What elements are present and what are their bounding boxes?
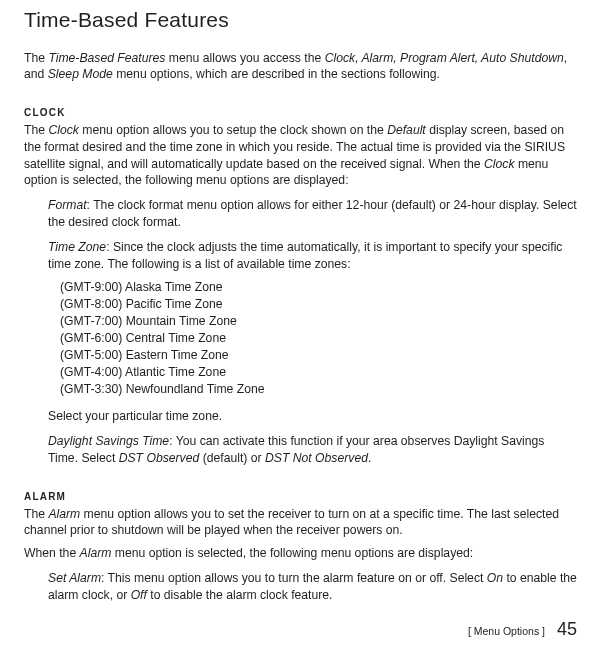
text-italic: Alarm [80, 546, 112, 560]
timezone-list: (GMT-9:00) Alaska Time Zone (GMT-8:00) P… [60, 279, 577, 399]
alarm-paragraph-1: The Alarm menu option allows you to set … [24, 506, 577, 540]
text: . [368, 451, 371, 465]
text-italic: Time-Based Features [48, 51, 165, 65]
list-item: (GMT-9:00) Alaska Time Zone [60, 279, 577, 296]
text: (default) or [199, 451, 265, 465]
text-italic: Clock [484, 157, 514, 171]
list-item: (GMT-5:00) Eastern Time Zone [60, 347, 577, 364]
footer-label: [ Menu Options ] [468, 625, 545, 637]
text: The [24, 51, 48, 65]
text-italic: Sleep Mode [48, 67, 113, 81]
page-footer: [ Menu Options ] 45 [468, 619, 577, 640]
text: menu option is selected, the following m… [111, 546, 473, 560]
alarm-setalarm-item: Set Alarm: This menu option allows you t… [48, 570, 577, 604]
clock-paragraph: The Clock menu option allows you to setu… [24, 122, 577, 189]
page-number: 45 [557, 619, 577, 640]
list-item: (GMT-3:30) Newfoundland Time Zone [60, 381, 577, 398]
text-italic: Clock, Alarm, Program Alert, Auto Shutdo… [325, 51, 564, 65]
select-timezone-text: Select your particular time zone. [48, 408, 577, 425]
clock-format-item: Format: The clock format menu option all… [48, 197, 577, 231]
text-italic: Format [48, 198, 87, 212]
text-italic: Time Zone [48, 240, 106, 254]
text: : This menu option allows you to turn th… [101, 571, 487, 585]
text: The [24, 123, 48, 137]
text-italic: Daylight Savings Time [48, 434, 169, 448]
clock-section-header: CLOCK [24, 107, 577, 118]
text: The [24, 507, 48, 521]
text-italic: Set Alarm [48, 571, 101, 585]
page-title: Time-Based Features [24, 8, 577, 32]
text-italic: Alarm [48, 507, 80, 521]
text: to disable the alarm clock feature. [147, 588, 333, 602]
list-item: (GMT-4:00) Atlantic Time Zone [60, 364, 577, 381]
text-italic: DST Not Observed [265, 451, 368, 465]
text: menu options, which are described in the… [113, 67, 440, 81]
list-item: (GMT-7:00) Mountain Time Zone [60, 313, 577, 330]
clock-dst-item: Daylight Savings Time: You can activate … [48, 433, 577, 467]
alarm-paragraph-2: When the Alarm menu option is selected, … [24, 545, 577, 562]
list-item: (GMT-8:00) Pacific Time Zone [60, 296, 577, 313]
text-italic: Default [387, 123, 426, 137]
text-italic: On [487, 571, 503, 585]
clock-timezone-item: Time Zone: Since the clock adjusts the t… [48, 239, 577, 273]
text-italic: Off [131, 588, 147, 602]
text: : The clock format menu option allows fo… [48, 198, 577, 229]
intro-paragraph: The Time-Based Features menu allows you … [24, 50, 577, 83]
list-item: (GMT-6:00) Central Time Zone [60, 330, 577, 347]
text-italic: DST Observed [119, 451, 200, 465]
text: When the [24, 546, 80, 560]
text: : Since the clock adjusts the time autom… [48, 240, 562, 271]
alarm-section-header: ALARM [24, 491, 577, 502]
text: menu option allows you to setup the cloc… [79, 123, 387, 137]
text-italic: Clock [48, 123, 78, 137]
text: menu option allows you to set the receiv… [24, 507, 559, 538]
text: menu allows you access the [165, 51, 324, 65]
